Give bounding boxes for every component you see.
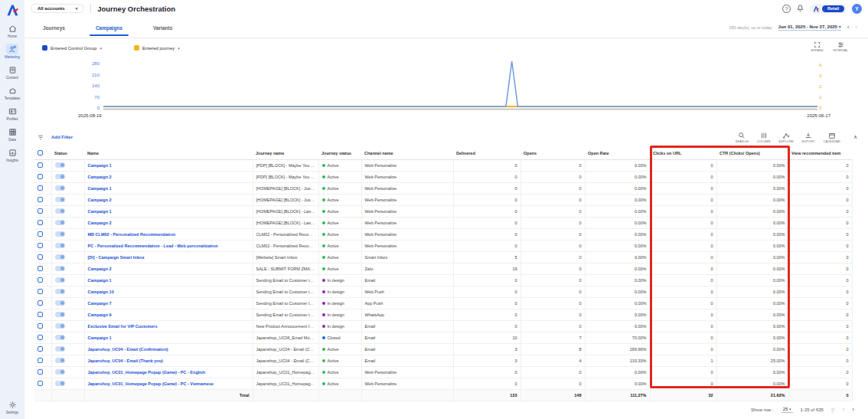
campaign-name-link[interactable]: Japanshop_UC04 - Email (Confirmation)	[84, 343, 253, 355]
row-checkbox[interactable]	[38, 162, 43, 168]
status-toggle[interactable]	[55, 300, 65, 306]
row-checkbox[interactable]	[38, 197, 43, 202]
prev-page-button[interactable]: ‹	[843, 407, 845, 413]
date-prev-button[interactable]: ‹	[847, 25, 850, 31]
campaign-name-link[interactable]: Campaign 2	[84, 217, 253, 228]
status-toggle[interactable]	[55, 381, 65, 386]
campaign-name-link[interactable]: Japanshop_UC01_Homepage Popup (Game) - P…	[84, 366, 253, 378]
status-toggle[interactable]	[55, 323, 65, 329]
first-page-button[interactable]: |‹	[831, 407, 835, 413]
row-checkbox[interactable]	[38, 243, 43, 248]
search-button[interactable]: SEARCH	[736, 132, 749, 143]
campaign-name-link[interactable]: Campaign 10	[84, 286, 253, 297]
status-toggle[interactable]	[55, 243, 65, 248]
status-toggle[interactable]	[55, 289, 65, 294]
page-size-select[interactable]: 25 ▾	[782, 407, 793, 413]
user-avatar[interactable]: Y	[852, 4, 862, 14]
sidebar-item-marketing[interactable]: Marketing	[1, 44, 24, 59]
sidebar-item-settings[interactable]: Settings	[1, 399, 24, 414]
row-checkbox[interactable]	[38, 323, 43, 329]
status-toggle[interactable]	[55, 220, 65, 225]
account-selector[interactable]: All accounts ▾	[31, 4, 84, 13]
legend-entered-journey[interactable]: Entered journey ▾	[134, 45, 180, 51]
campaign-name-link[interactable]: Campaign 1	[84, 332, 253, 343]
campaign-name-link[interactable]: Japanshop_UC04 - Email (Thank you)	[84, 355, 253, 366]
status-toggle[interactable]	[55, 185, 65, 191]
campaign-name-link[interactable]: PC - Personalized Recommendation - Lead …	[84, 240, 253, 251]
col-header-channel-name[interactable]: Channel name	[361, 147, 453, 159]
select-all-checkbox[interactable]	[38, 150, 43, 155]
col-header-delivered[interactable]: Delivered	[453, 147, 520, 159]
calendar-button[interactable]: CALENDAR	[824, 132, 840, 143]
campaign-name-link[interactable]: Campaign 1	[84, 274, 253, 286]
col-header-journey-status[interactable]: Journey status	[318, 147, 361, 159]
row-checkbox[interactable]	[38, 174, 43, 179]
row-checkbox[interactable]	[38, 231, 43, 237]
sidebar-item-insights[interactable]: Insights	[1, 147, 24, 162]
col-header-status[interactable]: Status	[51, 147, 84, 159]
export-button[interactable]: EXPORT	[802, 132, 815, 143]
col-header-journey-name[interactable]: Journey name	[253, 147, 318, 159]
status-toggle[interactable]	[55, 369, 65, 375]
campaign-name-link[interactable]: Campaign 1	[84, 205, 253, 217]
status-toggle[interactable]	[55, 335, 65, 340]
col-header-opens[interactable]: Opens	[520, 147, 585, 159]
notifications-bell-icon[interactable]	[796, 2, 804, 15]
sidebar-item-home[interactable]: Home	[1, 23, 24, 38]
campaign-name-link[interactable]: Campaign 1	[84, 159, 253, 171]
campaign-name-link[interactable]: Campaign 2	[84, 194, 253, 205]
legend-entered-control-group[interactable]: Entered Control Group ▾	[42, 45, 102, 51]
tab-variants[interactable]: Variants	[152, 18, 174, 36]
campaign-name-link[interactable]: Exclusive Email for VIP Customers	[84, 320, 253, 332]
row-checkbox[interactable]	[38, 381, 43, 386]
status-toggle[interactable]	[55, 231, 65, 237]
date-range-picker[interactable]: Jun 01, 2025 - Nov 27, 2025 ▾	[778, 24, 841, 31]
col-header-open-rate[interactable]: Open Rate	[585, 147, 650, 159]
row-checkbox[interactable]	[38, 358, 43, 363]
status-toggle[interactable]	[55, 254, 65, 260]
status-toggle[interactable]	[55, 346, 65, 352]
campaign-name-link[interactable]: MB CLM02 - Personalized Recommendation	[84, 228, 253, 240]
campaign-name-link[interactable]: Campaign 9	[84, 309, 253, 320]
row-checkbox[interactable]	[38, 335, 43, 340]
environment-selector[interactable]: Retail	[810, 4, 847, 14]
col-header-clicks-on-url[interactable]: Clicks on URL	[650, 147, 716, 159]
status-toggle[interactable]	[55, 312, 65, 317]
row-checkbox[interactable]	[38, 277, 43, 283]
sidebar-item-templates[interactable]: Templates	[1, 85, 24, 100]
date-next-button[interactable]: ›	[855, 25, 857, 31]
col-header-ctr[interactable]: CTR (Clicks/ Opens)	[716, 147, 788, 159]
next-page-button[interactable]: ›	[852, 407, 854, 413]
tab-campaigns[interactable]: Campaigns	[94, 18, 124, 36]
campaign-name-link[interactable]: Campaign 1	[84, 182, 253, 194]
row-checkbox[interactable]	[38, 266, 43, 271]
status-toggle[interactable]	[55, 197, 65, 202]
row-checkbox[interactable]	[38, 300, 43, 306]
help-icon[interactable]: ?	[782, 5, 791, 13]
interval-button[interactable]: INTERVAL	[833, 41, 848, 52]
collapse-chart-button[interactable]: ∧	[853, 134, 857, 143]
col-header-name[interactable]: Name	[84, 147, 253, 159]
status-toggle[interactable]	[55, 358, 65, 363]
status-toggle[interactable]	[55, 277, 65, 283]
expand-chart-button[interactable]: EXPAND	[811, 41, 824, 52]
status-toggle[interactable]	[55, 162, 65, 168]
campaign-name-link[interactable]: Campaign 2	[84, 263, 253, 274]
campaign-name-link[interactable]: Japanshop_UC01_Homepage Popup (Game) - P…	[84, 378, 253, 389]
status-toggle[interactable]	[55, 174, 65, 179]
app-logo-icon[interactable]	[5, 3, 20, 17]
explore-button[interactable]: EXPLORE	[779, 132, 794, 143]
row-checkbox[interactable]	[38, 312, 43, 317]
sidebar-item-content[interactable]: Content	[1, 64, 24, 80]
row-checkbox[interactable]	[38, 369, 43, 375]
row-checkbox[interactable]	[38, 289, 43, 294]
sidebar-item-data[interactable]: Data	[1, 126, 24, 142]
row-checkbox[interactable]	[38, 185, 43, 191]
columns-button[interactable]: COLUMN	[757, 132, 771, 143]
col-header-view-recommended-item[interactable]: View recommended item	[788, 147, 852, 159]
line-chart-plot[interactable]	[103, 60, 817, 110]
row-checkbox[interactable]	[38, 208, 43, 214]
campaign-name-link[interactable]: Campaign 2	[84, 171, 253, 182]
tab-journeys[interactable]: Journeys	[41, 18, 67, 36]
status-toggle[interactable]	[55, 266, 65, 271]
